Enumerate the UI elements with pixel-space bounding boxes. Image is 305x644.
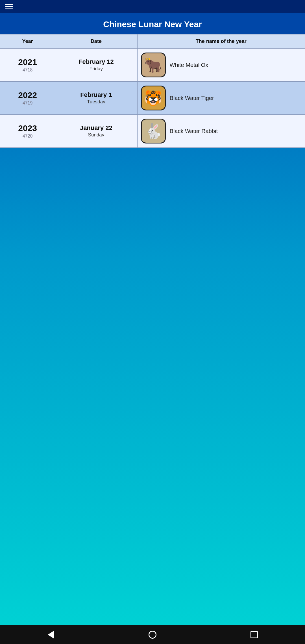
year-sub: 4718 [3, 68, 53, 73]
col-header-year: Year [0, 34, 55, 49]
bottom-fill [0, 148, 305, 625]
animal-image: 🐇 [141, 119, 166, 143]
date-cell: February 12 Friday [55, 49, 137, 82]
date-day: Friday [57, 66, 135, 72]
animal-name: Black Water Rabbit [170, 128, 218, 134]
table-row: 2021 4718 February 12 Friday 🐂 White Met… [0, 49, 305, 82]
animal-name: Black Water Tiger [170, 95, 214, 101]
data-table: Year Date The name of the year 2021 4718… [0, 34, 305, 148]
date-main: February 12 [57, 58, 135, 66]
date-cell: February 1 Tuesday [55, 82, 137, 115]
title-banner: Chinese Lunar New Year [0, 13, 305, 34]
table-row: 2023 4720 January 22 Sunday 🐇 Black Wate… [0, 115, 305, 148]
date-day: Tuesday [57, 99, 135, 105]
name-cell: 🐂 White Metal Ox [138, 49, 305, 81]
animal-name: White Metal Ox [170, 62, 208, 68]
col-header-name: The name of the year [137, 34, 305, 49]
date-main: January 22 [57, 124, 135, 132]
name-cell: 🐇 Black Water Rabbit [138, 115, 305, 147]
app-title: Chinese Lunar New Year [3, 19, 302, 29]
year-sub: 4719 [3, 101, 53, 106]
year-main: 2023 [3, 123, 53, 133]
name-cell-container: 🐇 Black Water Rabbit [137, 115, 305, 148]
nav-back-button[interactable] [45, 629, 56, 640]
name-cell: 🐯 Black Water Tiger [138, 82, 305, 114]
date-day: Sunday [57, 132, 135, 138]
top-bar [0, 0, 305, 13]
nav-recent-button[interactable] [249, 629, 260, 640]
date-main: February 1 [57, 91, 135, 99]
year-sub: 4720 [3, 134, 53, 139]
name-cell-container: 🐂 White Metal Ox [137, 49, 305, 82]
year-cell: 2021 4718 [0, 49, 55, 82]
animal-image: 🐯 [141, 86, 166, 110]
year-cell: 2022 4719 [0, 82, 55, 115]
year-main: 2022 [3, 90, 53, 100]
table-row: 2022 4719 February 1 Tuesday 🐯 Black Wat… [0, 82, 305, 115]
nav-bar [0, 625, 305, 644]
col-header-date: Date [55, 34, 137, 49]
year-main: 2021 [3, 57, 53, 67]
nav-home-button[interactable] [147, 629, 158, 640]
animal-image: 🐂 [141, 53, 166, 77]
menu-button[interactable] [5, 4, 13, 9]
date-cell: January 22 Sunday [55, 115, 137, 148]
year-cell: 2023 4720 [0, 115, 55, 148]
name-cell-container: 🐯 Black Water Tiger [137, 82, 305, 115]
